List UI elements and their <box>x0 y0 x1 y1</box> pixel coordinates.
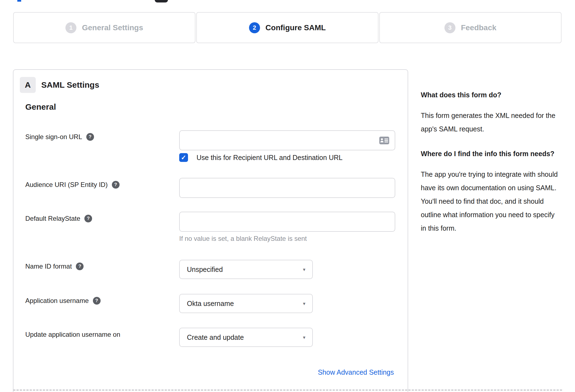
default-relaystate-help-icon[interactable]: ? <box>84 215 92 222</box>
name-id-format-help-icon[interactable]: ? <box>76 263 84 270</box>
default-relaystate-label-text: Default RelayState <box>25 215 80 222</box>
chevron-down-icon: ▼ <box>302 267 306 272</box>
section-a-badge: A <box>20 77 36 93</box>
sso-url-label-text: Single sign-on URL <box>25 133 82 141</box>
step-2-indicator: 2 <box>249 22 260 33</box>
chevron-down-icon: ▼ <box>302 335 306 340</box>
update-username-label: Update application username on <box>25 331 120 338</box>
name-id-format-select[interactable]: Unspecified ▼ <box>179 260 313 279</box>
application-username-help-icon[interactable]: ? <box>93 297 101 305</box>
audience-uri-help-icon[interactable]: ? <box>112 181 120 189</box>
relaystate-hint: If no value is set, a blank RelayState i… <box>179 235 307 242</box>
step-general-settings[interactable]: 1 General Settings <box>13 12 195 43</box>
help-heading-what: What does this form do? <box>421 90 560 100</box>
default-relaystate-input[interactable] <box>179 212 395 232</box>
audience-uri-input-wrap <box>179 178 395 198</box>
wizard-stepper: 1 General Settings 2 Configure SAML 3 Fe… <box>13 12 562 43</box>
contact-card-icon <box>379 137 389 144</box>
default-relaystate-input-wrap <box>179 212 395 232</box>
name-id-format-value: Unspecified <box>187 266 223 274</box>
help-heading-where: Where do I find the info this form needs… <box>421 148 560 159</box>
section-title: SAML Settings <box>41 77 99 93</box>
general-group-heading: General <box>25 102 56 112</box>
audience-uri-label-text: Audience URI (SP Entity ID) <box>25 181 108 189</box>
step-1-label: General Settings <box>82 23 143 32</box>
help-panel: What does this form do? This form genera… <box>421 90 560 248</box>
name-id-format-label: Name ID format ? <box>25 263 84 270</box>
step-configure-saml[interactable]: 2 Configure SAML <box>196 12 378 43</box>
checkmark-icon: ✓ <box>181 154 186 161</box>
name-id-format-label-text: Name ID format <box>25 263 72 270</box>
application-username-label-text: Application username <box>25 297 89 305</box>
step-2-label: Configure SAML <box>266 23 326 32</box>
application-username-select[interactable]: Okta username ▼ <box>179 294 313 313</box>
update-username-label-text: Update application username on <box>25 331 120 338</box>
audience-uri-label: Audience URI (SP Entity ID) ? <box>25 181 120 189</box>
sso-url-label: Single sign-on URL ? <box>25 133 94 141</box>
step-3-label: Feedback <box>461 23 496 32</box>
saml-settings-card: A SAML Settings General Single sign-on U… <box>13 69 408 392</box>
sso-url-input[interactable] <box>179 130 395 150</box>
default-relaystate-label: Default RelayState ? <box>25 215 92 222</box>
audience-uri-input[interactable] <box>179 178 395 198</box>
recipient-url-checkbox-row: ✓ Use this for Recipient URL and Destina… <box>179 153 342 162</box>
chevron-down-icon: ▼ <box>302 301 306 306</box>
use-for-recipient-url-checkbox[interactable]: ✓ <box>179 153 188 162</box>
clipped-header-fragment-blue <box>17 0 21 2</box>
help-body-where: The app you're trying to integrate with … <box>421 168 560 235</box>
application-username-value: Okta username <box>187 300 234 308</box>
sso-url-help-icon[interactable]: ? <box>86 133 94 141</box>
section-dashed-divider <box>13 390 562 391</box>
clipped-header-fragment-dark <box>155 0 168 2</box>
show-advanced-settings-link[interactable]: Show Advanced Settings <box>318 368 394 376</box>
help-body-what: This form generates the XML needed for t… <box>421 109 560 136</box>
step-feedback[interactable]: 3 Feedback <box>379 12 562 43</box>
update-username-select[interactable]: Create and update ▼ <box>179 328 313 347</box>
recipient-url-checkbox-label: Use this for Recipient URL and Destinati… <box>197 154 342 162</box>
application-username-label: Application username ? <box>25 297 101 305</box>
step-3-indicator: 3 <box>444 22 455 33</box>
sso-url-input-wrap <box>179 130 395 150</box>
step-1-indicator: 1 <box>65 22 76 33</box>
update-username-value: Create and update <box>187 333 244 341</box>
